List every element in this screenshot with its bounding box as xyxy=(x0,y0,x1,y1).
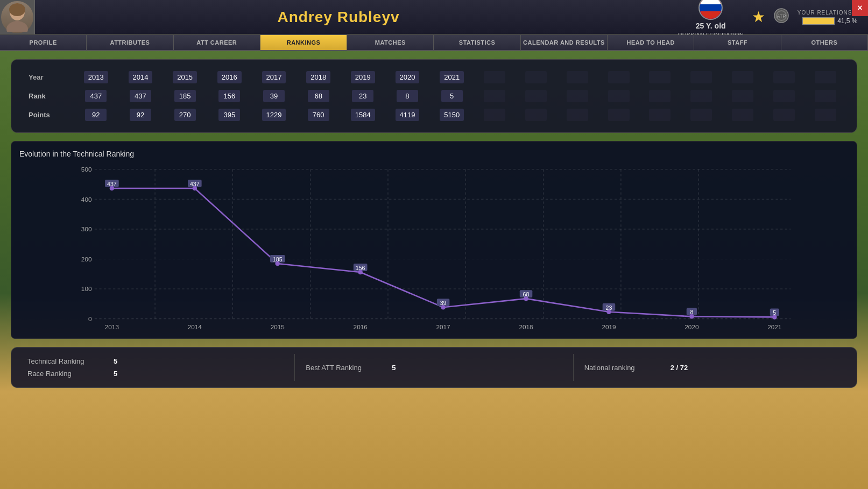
rank-2021: 5 xyxy=(429,87,474,105)
year-2015: 2015 xyxy=(163,68,207,87)
tab-head-to-head[interactable]: HEAD TO HEAD xyxy=(608,35,694,50)
national-ranking-row: National ranking 2 / 72 xyxy=(584,364,841,372)
tab-others[interactable]: OTHERS xyxy=(781,35,868,50)
rank-row: Rank 437 437 185 156 39 68 23 8 5 xyxy=(22,87,846,105)
rank-empty-7 xyxy=(722,87,764,105)
race-ranking-label: Race Ranking xyxy=(27,370,108,378)
x-label-2013: 2013 xyxy=(105,323,119,330)
rank-empty-5 xyxy=(639,87,681,105)
x-label-2020: 2020 xyxy=(684,323,699,330)
year-2017: 2017 xyxy=(252,68,297,87)
tab-profile[interactable]: PROFILE xyxy=(0,35,87,50)
svg-text:ATP: ATP xyxy=(777,13,786,19)
tab-matches[interactable]: MATCHES xyxy=(347,35,434,50)
year-2013: 2013 xyxy=(74,68,118,87)
points-empty-8 xyxy=(763,105,805,124)
rank-2015: 185 xyxy=(163,87,207,105)
points-2014: 92 xyxy=(118,105,163,124)
chart-panel: Evolution in the Technical Ranking xyxy=(11,141,857,339)
close-button[interactable]: × xyxy=(852,0,868,16)
tab-staff[interactable]: STAFF xyxy=(694,35,781,50)
player-info-right: 25 Y. old RUSSIAN FEDERATION ★ ATP YOUR … xyxy=(642,0,868,38)
race-ranking-value: 5 xyxy=(114,370,117,378)
year-row: Year 2013 2014 2015 2016 2017 2018 2019 … xyxy=(22,68,846,87)
player-avatar xyxy=(0,0,35,34)
flag-section: 25 Y. old RUSSIAN FEDERATION xyxy=(678,0,744,38)
dot-2013 xyxy=(110,186,115,191)
technical-ranking-value: 5 xyxy=(114,357,117,365)
year-2019: 2019 xyxy=(341,68,385,87)
year-2018: 2018 xyxy=(296,68,341,87)
best-att-ranking-label: Best ATT Ranking xyxy=(306,364,386,372)
points-2019: 1584 xyxy=(341,105,385,124)
navigation-tabs: PROFILE ATTRIBUTES ATT CAREER RANKINGS M… xyxy=(0,35,868,51)
svg-point-2 xyxy=(9,3,25,16)
rank-empty-9 xyxy=(805,87,846,105)
dot-2014 xyxy=(193,186,197,191)
year-2020: 2020 xyxy=(385,68,430,87)
y-label-0: 0 xyxy=(88,315,92,322)
year-empty-1 xyxy=(474,68,516,87)
points-2013: 92 xyxy=(74,105,118,124)
tab-rankings[interactable]: RANKINGS xyxy=(260,35,347,50)
dot-2021 xyxy=(772,315,777,320)
player-age: 25 Y. old xyxy=(696,22,726,30)
tab-attributes[interactable]: ATTRIBUTES xyxy=(87,35,173,50)
points-2015: 270 xyxy=(163,105,207,124)
x-label-2014: 2014 xyxy=(188,323,202,330)
rank-empty-3 xyxy=(557,87,598,105)
rank-empty-6 xyxy=(681,87,722,105)
favorite-star-icon[interactable]: ★ xyxy=(752,8,765,26)
player-name: Andrey Rubleyv xyxy=(35,9,642,26)
x-label-2017: 2017 xyxy=(436,323,450,330)
rank-empty-4 xyxy=(598,87,639,105)
points-2018: 760 xyxy=(296,105,341,124)
rankings-table: Year 2013 2014 2015 2016 2017 2018 2019 … xyxy=(22,68,846,124)
year-empty-4 xyxy=(598,68,639,87)
rank-2019: 23 xyxy=(341,87,385,105)
dot-2015 xyxy=(275,261,280,266)
rank-label: Rank xyxy=(22,87,74,105)
rank-2016: 156 xyxy=(207,87,252,105)
points-empty-7 xyxy=(722,105,764,124)
x-label-2015: 2015 xyxy=(271,323,285,330)
rankings-panel: Year 2013 2014 2015 2016 2017 2018 2019 … xyxy=(11,59,857,133)
rank-2013: 437 xyxy=(74,87,118,105)
stats-divider-2 xyxy=(573,354,574,381)
x-label-2016: 2016 xyxy=(354,323,368,330)
tab-statistics[interactable]: STATISTICS xyxy=(434,35,520,50)
avatar-image xyxy=(1,1,33,33)
year-empty-6 xyxy=(681,68,722,87)
stats-column-middle: Best ATT Ranking 5 xyxy=(306,364,562,372)
points-2020: 4119 xyxy=(385,105,430,124)
relationship-bar-container: 41,5 % xyxy=(802,17,857,25)
rank-2014: 437 xyxy=(118,87,163,105)
year-empty-5 xyxy=(639,68,681,87)
chart-title: Evolution in the Technical Ranking xyxy=(19,150,849,158)
tab-calendar[interactable]: CALENDAR AND RESULTS xyxy=(521,35,608,50)
year-empty-8 xyxy=(763,68,805,87)
stats-column-left: Technical Ranking 5 Race Ranking 5 xyxy=(27,357,284,378)
points-row: Points 92 92 270 395 1229 760 1584 4119 … xyxy=(22,105,846,124)
technical-ranking-label: Technical Ranking xyxy=(27,357,108,365)
year-label: Year xyxy=(22,68,74,87)
flag-stripe-white xyxy=(700,0,722,4)
dot-2020 xyxy=(689,314,694,319)
main-content: Year 2013 2014 2015 2016 2017 2018 2019 … xyxy=(0,51,868,396)
rank-empty-8 xyxy=(763,87,805,105)
medal-icon: ATP xyxy=(773,8,789,27)
points-2016: 395 xyxy=(207,105,252,124)
rank-2017: 39 xyxy=(252,87,297,105)
x-label-2021: 2021 xyxy=(767,323,781,330)
rank-empty-2 xyxy=(516,87,557,105)
y-label-300: 300 xyxy=(81,225,92,232)
chart-container: 500 400 300 200 100 0 2013 2014 2015 201… xyxy=(19,164,849,330)
svg-point-1 xyxy=(6,21,28,32)
ranking-chart: 500 400 300 200 100 0 2013 2014 2015 201… xyxy=(19,164,849,330)
points-2017: 1229 xyxy=(252,105,297,124)
player-name-section: Andrey Rubleyv xyxy=(35,9,642,26)
national-ranking-value: 2 / 72 xyxy=(671,364,688,372)
x-label-2018: 2018 xyxy=(519,323,533,330)
tab-att-career[interactable]: ATT CAREER xyxy=(174,35,260,50)
race-ranking-row: Race Ranking 5 xyxy=(27,370,284,378)
